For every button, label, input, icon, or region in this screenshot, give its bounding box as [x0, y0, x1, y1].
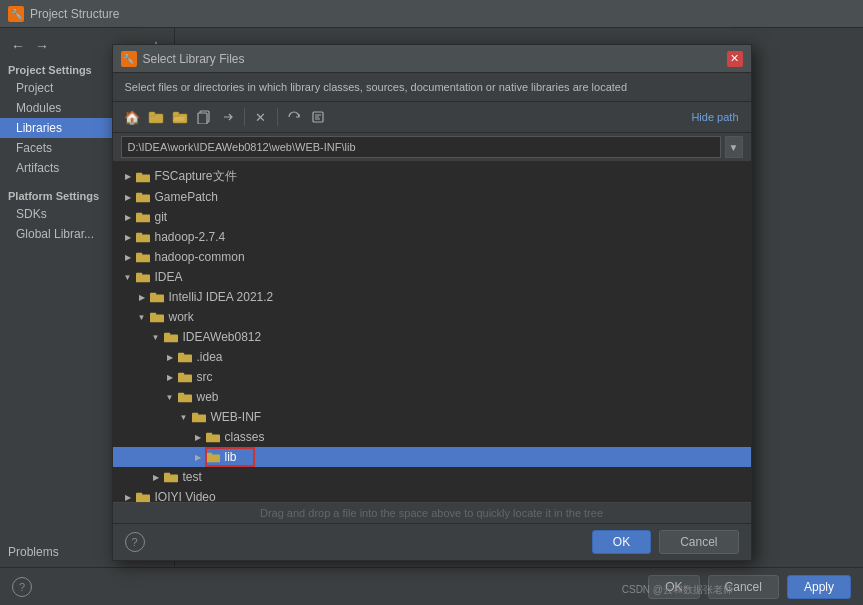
tree-item-fscapture[interactable]: ▶ FSCapture文件	[113, 166, 751, 187]
dialog-help-button[interactable]: ?	[125, 532, 145, 552]
tree-item-gamepatch[interactable]: ▶ GamePatch	[113, 187, 751, 207]
svg-rect-14	[136, 233, 142, 237]
folder-icon-ideaweb0812	[163, 329, 179, 345]
tree-item-ideaweb0812[interactable]: ▼ IDEAWeb0812	[113, 327, 751, 347]
dialog-title-icon: 🔧	[121, 51, 137, 67]
tree-label-work: work	[169, 310, 194, 324]
tree-item-classes[interactable]: ▶ classes	[113, 427, 751, 447]
expander-hadoop-common[interactable]: ▶	[121, 250, 135, 264]
toolbar-home-button[interactable]: 🏠	[121, 106, 143, 128]
svg-rect-1	[149, 112, 155, 116]
svg-rect-18	[136, 273, 142, 277]
expander-ideaweb0812[interactable]: ▼	[149, 330, 163, 344]
expander-lib[interactable]: ▶	[191, 450, 205, 464]
tree-label-gamepatch: GamePatch	[155, 190, 218, 204]
tree-label-idea: IDEA	[155, 270, 183, 284]
dialog-cancel-button[interactable]: Cancel	[659, 530, 738, 554]
tree-item-lib[interactable]: ▶ lib	[113, 447, 751, 467]
toolbar-separator-1	[244, 108, 245, 126]
folder-icon-gamepatch	[135, 189, 151, 205]
select-library-files-dialog: 🔧 Select Library Files ✕ Select files or…	[112, 44, 752, 561]
dialog-description: Select files or directories in which lib…	[113, 73, 751, 102]
tree-item-hadoop-common[interactable]: ▶ hadoop-common	[113, 247, 751, 267]
svg-rect-22	[150, 313, 156, 317]
expander-gamepatch[interactable]: ▶	[121, 190, 135, 204]
tree-item-hadoop274[interactable]: ▶ hadoop-2.7.4	[113, 227, 751, 247]
svg-rect-36	[206, 453, 212, 457]
toolbar-copy-path-button[interactable]	[307, 106, 329, 128]
tree-label-ideaweb0812: IDEAWeb0812	[183, 330, 262, 344]
tree-item-idea-dir[interactable]: ▶ .idea	[113, 347, 751, 367]
svg-rect-30	[178, 393, 184, 397]
folder-icon-web	[177, 389, 193, 405]
path-dropdown-button[interactable]: ▼	[725, 136, 743, 158]
toolbar-delete-button[interactable]: ✕	[250, 106, 272, 128]
folder-icon-hadoop-common	[135, 249, 151, 265]
tree-item-web[interactable]: ▼ web	[113, 387, 751, 407]
tree-label-test: test	[183, 470, 202, 484]
toolbar-open-folder-button[interactable]	[169, 106, 191, 128]
tree-item-idea[interactable]: ▼ IDEA	[113, 267, 751, 287]
tree-item-src[interactable]: ▶ src	[113, 367, 751, 387]
path-bar: ▼	[113, 133, 751, 162]
tree-label-lib: lib	[225, 450, 237, 464]
dialog-footer: ? OK Cancel	[113, 523, 751, 560]
expander-idea[interactable]: ▼	[121, 270, 135, 284]
expander-idea-dir[interactable]: ▶	[163, 350, 177, 364]
expander-web[interactable]: ▼	[163, 390, 177, 404]
expander-src[interactable]: ▶	[163, 370, 177, 384]
folder-icon-intellij	[149, 289, 165, 305]
toolbar-refresh-button[interactable]	[283, 106, 305, 128]
tree-item-webinf[interactable]: ▼ WEB-INF	[113, 407, 751, 427]
dialog-close-button[interactable]: ✕	[727, 51, 743, 67]
svg-rect-28	[178, 373, 184, 377]
expander-classes[interactable]: ▶	[191, 430, 205, 444]
expander-intellij[interactable]: ▶	[135, 290, 149, 304]
tree-label-git: git	[155, 210, 168, 224]
folder-icon-git	[135, 209, 151, 225]
expander-fscapture[interactable]: ▶	[121, 170, 135, 184]
folder-icon-src	[177, 369, 193, 385]
expander-test[interactable]: ▶	[149, 470, 163, 484]
svg-rect-8	[136, 172, 142, 176]
svg-rect-38	[164, 473, 170, 477]
toolbar-copy-button[interactable]	[193, 106, 215, 128]
dialog-ok-button[interactable]: OK	[592, 530, 651, 554]
svg-rect-10	[136, 193, 142, 197]
tree-label-web: web	[197, 390, 219, 404]
drag-hint: Drag and drop a file into the space abov…	[113, 502, 751, 523]
expander-git[interactable]: ▶	[121, 210, 135, 224]
dialog-question-icon: ?	[131, 536, 137, 548]
path-input[interactable]	[121, 136, 721, 158]
svg-rect-5	[198, 113, 207, 124]
toolbar-separator-2	[277, 108, 278, 126]
folder-icon-work	[149, 309, 165, 325]
tree-label-idea-dir: .idea	[197, 350, 223, 364]
svg-rect-26	[178, 353, 184, 357]
tree-item-test[interactable]: ▶ test	[113, 467, 751, 487]
folder-icon-idea	[135, 269, 151, 285]
tree-item-git[interactable]: ▶ git	[113, 207, 751, 227]
dialog-titlebar: 🔧 Select Library Files ✕	[113, 45, 751, 73]
hide-path-button[interactable]: Hide path	[687, 109, 742, 125]
folder-icon-lib	[205, 449, 221, 465]
folder-icon-classes	[205, 429, 221, 445]
expander-work[interactable]: ▼	[135, 310, 149, 324]
dialog-title: Select Library Files	[143, 52, 721, 66]
tree-item-ioiyi[interactable]: ▶ IOIYI Video	[113, 487, 751, 502]
folder-icon-test	[163, 469, 179, 485]
dialog-toolbar: 🏠	[113, 102, 751, 133]
tree-item-intellij[interactable]: ▶ IntelliJ IDEA 2021.2	[113, 287, 751, 307]
folder-icon-idea-dir	[177, 349, 193, 365]
expander-webinf[interactable]: ▼	[177, 410, 191, 424]
folder-icon-webinf	[191, 409, 207, 425]
file-tree[interactable]: ▶ FSCapture文件 ▶ GamePatch ▶	[113, 162, 751, 502]
expander-hadoop274[interactable]: ▶	[121, 230, 135, 244]
svg-rect-20	[150, 293, 156, 297]
toolbar-move-button[interactable]	[217, 106, 239, 128]
toolbar-new-folder-button[interactable]	[145, 106, 167, 128]
expander-ioiyi[interactable]: ▶	[121, 490, 135, 502]
svg-rect-24	[164, 333, 170, 337]
tree-item-work[interactable]: ▼ work	[113, 307, 751, 327]
svg-rect-3	[173, 112, 179, 116]
